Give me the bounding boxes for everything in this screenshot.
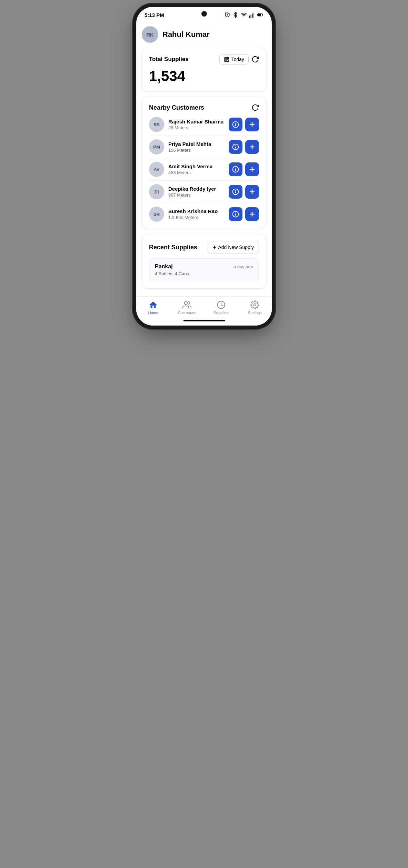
home-icon — [148, 300, 158, 310]
customer-info: Priya Patel Mehta 156 Meters — [168, 141, 225, 153]
customer-add-button[interactable] — [245, 118, 259, 131]
supplies-controls: Today — [219, 54, 259, 64]
nav-label-supplies: Supplies — [214, 311, 228, 315]
home-indicator — [136, 317, 272, 326]
svg-line-3 — [225, 13, 226, 13]
nav-item-home[interactable]: Home — [136, 300, 170, 315]
supply-customer-name: Pankaj — [155, 263, 173, 270]
customer-add-button[interactable] — [245, 162, 259, 176]
customer-info-button[interactable] — [229, 140, 242, 154]
total-supplies-card: Total Supplies Today — [142, 47, 266, 92]
customer-actions — [229, 207, 259, 221]
plus-icon — [249, 121, 256, 128]
status-icons — [224, 12, 263, 18]
alarm-icon — [224, 12, 230, 18]
supplies-refresh-button[interactable] — [251, 56, 259, 63]
phone-frame: 5:13 PM — [136, 7, 272, 326]
customer-avatar: RS — [149, 117, 164, 132]
today-label: Today — [231, 57, 244, 62]
customer-avatar: SR — [149, 207, 164, 222]
battery-icon — [257, 12, 263, 18]
nearby-section-header: Nearby Customers — [149, 104, 259, 111]
info-icon — [232, 166, 239, 173]
settings-icon — [250, 300, 260, 310]
today-button[interactable]: Today — [219, 54, 249, 64]
customer-actions — [229, 185, 259, 199]
supplies-count: 1,534 — [149, 68, 259, 84]
customer-avatar: DI — [149, 184, 164, 199]
status-time: 5:13 PM — [145, 12, 164, 18]
customers-list: RS Rajesh Kumar Sharma 28 Meters — [149, 117, 259, 222]
info-icon — [232, 143, 239, 150]
svg-rect-9 — [253, 12, 254, 18]
add-supply-label: Add New Supply — [218, 245, 254, 250]
supply-details: 4 Bottles, 4 Cans — [155, 271, 253, 276]
info-icon — [232, 188, 239, 195]
customer-info: Rajesh Kumar Sharma 28 Meters — [168, 119, 225, 130]
nav-label-customers: Customers — [178, 311, 196, 315]
customer-distance: 156 Meters — [168, 148, 225, 153]
svg-line-2 — [227, 15, 228, 16]
customer-avatar: AV — [149, 162, 164, 177]
customer-info: Suresh Krishna Rao 1.9 Kilo Meters — [168, 208, 225, 220]
customer-add-button[interactable] — [245, 185, 259, 199]
customer-info-button[interactable] — [229, 162, 242, 176]
supplies-label: Total Supplies — [149, 56, 189, 63]
customer-actions — [229, 162, 259, 176]
nav-item-customers[interactable]: Customers — [170, 300, 204, 315]
customer-info-button[interactable] — [229, 185, 242, 199]
user-avatar: RK — [142, 26, 158, 43]
user-name: Rahul Kumar — [162, 30, 210, 39]
wifi-icon — [241, 12, 247, 18]
customer-actions — [229, 140, 259, 154]
signal-icon — [249, 12, 255, 18]
plus-icon — [249, 211, 256, 218]
nearby-refresh-button[interactable] — [251, 104, 259, 111]
supply-item: Pankaj a day ago 4 Bottles, 4 Cans — [149, 258, 259, 281]
info-icon — [232, 121, 239, 128]
supply-item-header: Pankaj a day ago — [155, 263, 253, 270]
recent-supplies-list: Pankaj a day ago 4 Bottles, 4 Cans — [149, 258, 259, 281]
supplies-icon — [216, 300, 226, 310]
svg-rect-6 — [249, 16, 250, 18]
customer-info-button[interactable] — [229, 118, 242, 131]
add-supply-plus-icon: + — [213, 244, 216, 250]
plus-icon — [249, 166, 256, 173]
nearby-customers-card: Nearby Customers RS Rajesh Kumar Sharma … — [142, 97, 266, 229]
nav-label-settings: Settings — [248, 311, 262, 315]
customers-icon — [182, 300, 192, 310]
svg-rect-8 — [252, 13, 252, 18]
add-supply-button[interactable]: + Add New Supply — [208, 241, 259, 253]
nearby-title: Nearby Customers — [149, 104, 204, 111]
customer-add-button[interactable] — [245, 140, 259, 154]
customer-add-button[interactable] — [245, 207, 259, 221]
customer-item: AV Amit Singh Verma 453 Meters — [149, 158, 259, 181]
customer-name: Amit Singh Verma — [168, 163, 225, 169]
customer-info: Amit Singh Verma 453 Meters — [168, 163, 225, 175]
nearby-refresh-icon — [251, 104, 259, 111]
customer-info: Deepika Reddy Iyer 967 Meters — [168, 186, 225, 198]
recent-supplies-title: Recent Supplies — [149, 244, 197, 251]
customer-name: Suresh Krishna Rao — [168, 208, 225, 214]
nav-item-settings[interactable]: Settings — [238, 300, 272, 315]
customer-item: PM Priya Patel Mehta 156 Meters — [149, 136, 259, 158]
customer-actions — [229, 118, 259, 131]
plus-icon — [249, 143, 256, 150]
bluetooth-icon — [232, 12, 239, 18]
customer-item: RS Rajesh Kumar Sharma 28 Meters — [149, 117, 259, 136]
nav-item-supplies[interactable]: Supplies — [204, 300, 238, 315]
info-icon — [232, 211, 239, 218]
nav-label-home: Home — [148, 311, 158, 315]
plus-icon — [249, 188, 256, 195]
camera-notch — [201, 11, 207, 17]
customer-distance: 1.9 Kilo Meters — [168, 215, 225, 220]
refresh-icon — [251, 56, 259, 63]
customer-name: Deepika Reddy Iyer — [168, 186, 225, 192]
svg-rect-11 — [258, 14, 261, 16]
bottom-nav: Home Customers Supplies — [136, 296, 272, 317]
supply-time: a day ago — [233, 264, 253, 269]
main-content: RK Rahul Kumar Total Supplies To — [136, 21, 272, 293]
svg-point-46 — [185, 301, 188, 305]
customer-name: Rajesh Kumar Sharma — [168, 119, 225, 124]
customer-info-button[interactable] — [229, 207, 242, 221]
